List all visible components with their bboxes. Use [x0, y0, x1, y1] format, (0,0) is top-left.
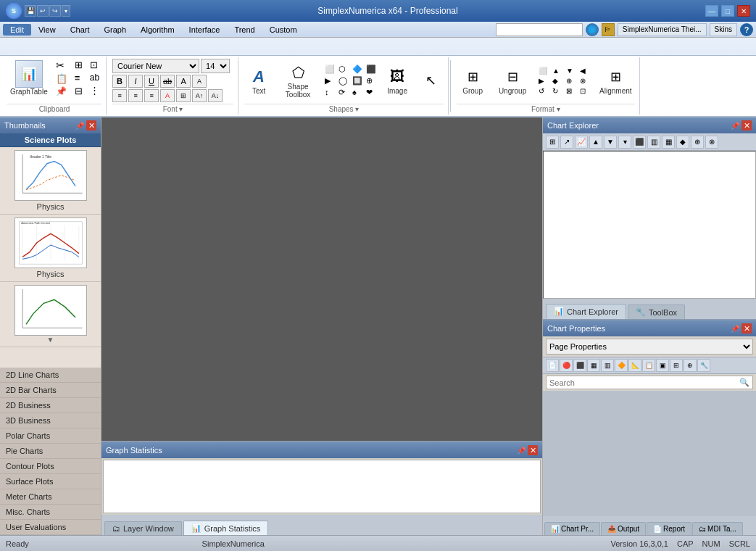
win-close-btn[interactable]: ✕ [737, 5, 750, 17]
mdi-tab[interactable]: 🗂 MDI Ta... [692, 522, 743, 535]
cp-tb7[interactable]: 📐 [628, 359, 641, 372]
cp-tb8[interactable]: 📋 [642, 359, 655, 372]
shape7-btn[interactable]: 🔲 [350, 75, 363, 86]
bold-btn[interactable]: B [112, 75, 127, 88]
chart-props-dropdown-select[interactable]: Page Properties Chart Properties Axis Pr… [546, 339, 753, 355]
shape5-btn[interactable]: ▶ [323, 75, 336, 86]
underline-btn[interactable]: U [144, 75, 159, 88]
group-btn[interactable]: ⊞ Group [457, 65, 489, 96]
cp-tb9[interactable]: ▣ [656, 359, 669, 372]
ce-tb3[interactable]: 📈 [575, 136, 588, 149]
chart-props-search-input[interactable] [547, 377, 736, 389]
shape4-btn[interactable]: ⬛ [364, 64, 377, 75]
shape9-btn[interactable]: ↕ [323, 87, 336, 98]
shape3-btn[interactable]: 🔷 [350, 64, 363, 75]
chart-props-pin-btn[interactable]: 📌 [730, 323, 740, 334]
thumbnails-pin-btn[interactable]: 📌 [75, 120, 85, 130]
ce-tb12[interactable]: ⊗ [705, 136, 718, 149]
cp-tb5[interactable]: ▥ [601, 359, 614, 372]
chart-explorer-pin-btn[interactable]: 📌 [730, 120, 740, 130]
cp-tb3[interactable]: ⬛ [573, 359, 586, 372]
nav-surface[interactable]: Surface Plots [0, 474, 101, 489]
ce-tb10[interactable]: ◆ [676, 136, 689, 149]
ce-tb11[interactable]: ⊕ [691, 136, 704, 149]
fmt7-btn[interactable]: ⊕ [564, 76, 577, 86]
ce-tb2[interactable]: ↗ [560, 136, 573, 149]
nav-pie[interactable]: Pie Charts [0, 444, 101, 459]
layer-window-tab[interactable]: 🗂 Layer Window [104, 521, 182, 535]
scroll-down-icon[interactable]: ▼ [47, 336, 54, 344]
nav-meter[interactable]: Meter Charts [0, 489, 101, 505]
fmt8-btn[interactable]: ⊗ [578, 76, 591, 86]
skins-button[interactable]: Skins [710, 23, 737, 36]
ce-tb6[interactable]: ▾ [618, 136, 631, 149]
shape6-btn[interactable]: ◯ [336, 75, 349, 86]
fmt1-btn[interactable]: ⬜ [536, 66, 549, 75]
ungroup-btn[interactable]: ⊟ Ungroup [494, 65, 531, 96]
cp-tb2[interactable]: 🔴 [560, 359, 573, 372]
bottom-panel-pin-btn[interactable]: 📌 [516, 445, 526, 455]
qa-dropdown-btn[interactable]: ▾ [62, 5, 70, 17]
shape-toolbox-btn[interactable]: ⬠ ShapeToolbox [279, 61, 317, 100]
align-right-btn[interactable]: ≡ [144, 89, 159, 102]
superscript-btn[interactable]: A [176, 75, 191, 88]
toolbox-tab[interactable]: 🔧 ToolBox [628, 304, 685, 319]
ce-tb9[interactable]: ▦ [662, 136, 675, 149]
win-maximize-btn[interactable]: □ [721, 5, 734, 17]
font-name-select[interactable]: Courier New [112, 59, 199, 73]
fmt11-btn[interactable]: ⊠ [564, 86, 577, 96]
chart-props-close-btn[interactable]: ✕ [742, 323, 752, 334]
chart-explorer-tab[interactable]: 📊 Chart Explorer [546, 304, 626, 319]
ribbon-search-input[interactable] [496, 23, 583, 36]
shapes-expand-btn[interactable]: ▾ [355, 105, 359, 113]
menu-item-algorithm[interactable]: Algorithm [133, 24, 181, 36]
format1-btn[interactable]: ⊡ [88, 59, 101, 71]
chart-explorer-close-btn[interactable]: ✕ [742, 120, 752, 130]
menu-item-trend[interactable]: Trend [227, 24, 262, 36]
fmt6-btn[interactable]: ◆ [550, 76, 563, 86]
cursor-btn[interactable]: ↖ [418, 69, 444, 92]
shape1-btn[interactable]: ⬜ [323, 64, 336, 75]
fmt9-btn[interactable]: ↺ [536, 86, 549, 96]
thumbnails-close-btn[interactable]: ✕ [86, 120, 96, 130]
nav-contour[interactable]: Contour Plots [0, 459, 101, 474]
nav-2d-business[interactable]: 2D Business [0, 398, 101, 413]
ce-tb1[interactable]: ⊞ [546, 136, 559, 149]
subscript-btn[interactable]: A [192, 75, 207, 88]
paste-btn[interactable]: 📌 [54, 86, 70, 97]
win-minimize-btn[interactable]: — [705, 5, 718, 17]
shape11-btn[interactable]: ♠ [350, 87, 363, 98]
report-tab[interactable]: 📄 Report [647, 522, 691, 535]
thumbnail-item-2[interactable]: Automatic Path Control Physics [0, 215, 101, 282]
chart-pr-tab[interactable]: 📊 Chart Pr... [544, 522, 600, 535]
strikethrough-btn[interactable]: ab [160, 75, 175, 88]
thumbnail-item-3[interactable]: ▼ [0, 282, 101, 347]
output-tab[interactable]: 📤 Output [601, 522, 646, 535]
format2-btn[interactable]: ab [88, 72, 101, 83]
fmt3-btn[interactable]: ▼ [564, 66, 577, 75]
nav-misc[interactable]: Misc. Charts [0, 505, 101, 520]
nav-3d-business[interactable]: 3D Business [0, 413, 101, 428]
theme-button[interactable]: SimplexNumerica Thei... [618, 23, 707, 36]
align-center-btn[interactable]: ≡ [128, 89, 143, 102]
shape8-btn[interactable]: ⊕ [364, 75, 377, 86]
bottom-panel-close-btn[interactable]: ✕ [528, 445, 538, 455]
menu-item-interface[interactable]: Interface [182, 24, 228, 36]
canvas-area[interactable] [101, 117, 542, 441]
fmt10-btn[interactable]: ↻ [550, 86, 563, 96]
indent-btn[interactable]: ⊞ [176, 89, 191, 102]
nav-user-eval[interactable]: User Evaluations [0, 520, 101, 535]
cp-tb4[interactable]: ▦ [587, 359, 600, 372]
nav-polar[interactable]: Polar Charts [0, 428, 101, 444]
detail-view-btn[interactable]: ⊟ [72, 85, 85, 97]
format-expand-btn[interactable]: ▾ [557, 105, 560, 113]
cut-btn[interactable]: ✂ [54, 59, 70, 72]
fmt4-btn[interactable]: ◀ [578, 66, 591, 75]
fmt5-btn[interactable]: ▶ [536, 76, 549, 86]
fmt2-btn[interactable]: ▲ [550, 66, 563, 75]
menu-item-graph[interactable]: Graph [97, 24, 134, 36]
fmt12-btn[interactable]: ⊡ [578, 86, 591, 96]
cp-tb12[interactable]: 🔧 [697, 359, 710, 372]
redo-qa-btn[interactable]: ↪ [49, 5, 61, 17]
menu-item-custom[interactable]: Custom [262, 24, 304, 36]
